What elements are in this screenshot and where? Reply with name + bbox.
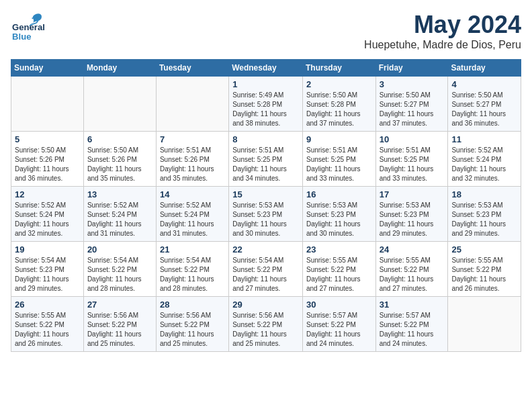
weekday-header-tuesday: Tuesday [156,60,228,77]
calendar-cell: 21Sunrise: 5:54 AM Sunset: 5:22 PM Dayli… [156,242,228,297]
calendar-week-1: 1Sunrise: 5:49 AM Sunset: 5:28 PM Daylig… [11,77,521,132]
day-number: 10 [380,134,445,144]
day-info: Sunrise: 5:55 AM Sunset: 5:22 PM Dayligh… [380,256,445,293]
day-number: 29 [232,300,299,310]
day-number: 19 [15,244,80,255]
day-number: 9 [306,134,372,144]
day-number: 15 [232,189,299,199]
day-info: Sunrise: 5:52 AM Sunset: 5:24 PM Dayligh… [451,146,517,183]
day-info: Sunrise: 5:54 AM Sunset: 5:22 PM Dayligh… [87,256,152,293]
day-info: Sunrise: 5:51 AM Sunset: 5:25 PM Dayligh… [232,146,299,183]
day-number: 25 [451,244,517,255]
day-number: 16 [306,189,372,199]
calendar-cell: 17Sunrise: 5:53 AM Sunset: 5:23 PM Dayli… [375,187,448,242]
calendar-cell: 16Sunrise: 5:53 AM Sunset: 5:23 PM Dayli… [302,187,375,242]
calendar-week-2: 5Sunrise: 5:50 AM Sunset: 5:26 PM Daylig… [11,132,521,187]
day-number: 8 [232,134,299,144]
calendar-cell: 4Sunrise: 5:50 AM Sunset: 5:27 PM Daylig… [448,77,521,132]
calendar-week-4: 19Sunrise: 5:54 AM Sunset: 5:23 PM Dayli… [11,242,521,297]
day-number: 31 [380,300,445,310]
day-info: Sunrise: 5:52 AM Sunset: 5:24 PM Dayligh… [160,201,225,238]
day-number: 28 [160,300,225,310]
calendar-cell: 9Sunrise: 5:51 AM Sunset: 5:25 PM Daylig… [302,132,375,187]
day-number: 2 [306,79,372,89]
calendar-cell: 14Sunrise: 5:52 AM Sunset: 5:24 PM Dayli… [156,187,228,242]
calendar-cell: 23Sunrise: 5:55 AM Sunset: 5:22 PM Dayli… [302,242,375,297]
calendar-cell [11,77,84,132]
logo: General Blue [11,11,44,41]
weekday-header-thursday: Thursday [302,60,375,77]
day-info: Sunrise: 5:57 AM Sunset: 5:22 PM Dayligh… [306,311,372,349]
day-info: Sunrise: 5:51 AM Sunset: 5:25 PM Dayligh… [306,146,372,183]
calendar-cell: 2Sunrise: 5:50 AM Sunset: 5:28 PM Daylig… [302,77,375,132]
calendar-cell [156,77,228,132]
day-number: 14 [160,189,225,199]
day-info: Sunrise: 5:51 AM Sunset: 5:25 PM Dayligh… [380,146,445,183]
day-number: 4 [451,79,517,89]
day-info: Sunrise: 5:54 AM Sunset: 5:22 PM Dayligh… [160,256,225,293]
calendar-table: SundayMondayTuesdayWednesdayThursdayFrid… [11,59,521,352]
calendar-cell: 31Sunrise: 5:57 AM Sunset: 5:22 PM Dayli… [375,297,448,352]
day-info: Sunrise: 5:54 AM Sunset: 5:22 PM Dayligh… [232,256,299,293]
day-number: 30 [306,300,372,310]
day-number: 21 [160,244,225,255]
calendar-cell: 7Sunrise: 5:51 AM Sunset: 5:26 PM Daylig… [156,132,228,187]
day-number: 26 [15,300,80,310]
calendar-cell: 30Sunrise: 5:57 AM Sunset: 5:22 PM Dayli… [302,297,375,352]
day-number: 5 [15,134,80,144]
day-info: Sunrise: 5:49 AM Sunset: 5:28 PM Dayligh… [232,91,299,128]
calendar-cell: 10Sunrise: 5:51 AM Sunset: 5:25 PM Dayli… [375,132,448,187]
day-number: 20 [87,244,152,255]
calendar-cell: 3Sunrise: 5:50 AM Sunset: 5:27 PM Daylig… [375,77,448,132]
day-info: Sunrise: 5:55 AM Sunset: 5:22 PM Dayligh… [306,256,372,293]
calendar-header: SundayMondayTuesdayWednesdayThursdayFrid… [11,60,521,77]
day-number: 1 [232,79,299,89]
day-info: Sunrise: 5:56 AM Sunset: 5:22 PM Dayligh… [160,311,225,349]
calendar-week-5: 26Sunrise: 5:55 AM Sunset: 5:22 PM Dayli… [11,297,521,352]
weekday-header-row: SundayMondayTuesdayWednesdayThursdayFrid… [11,60,521,77]
day-info: Sunrise: 5:53 AM Sunset: 5:23 PM Dayligh… [451,201,517,238]
day-info: Sunrise: 5:55 AM Sunset: 5:22 PM Dayligh… [451,256,517,293]
day-info: Sunrise: 5:53 AM Sunset: 5:23 PM Dayligh… [232,201,299,238]
day-info: Sunrise: 5:53 AM Sunset: 5:23 PM Dayligh… [306,201,372,238]
svg-text:Blue: Blue [12,32,31,41]
calendar-cell: 5Sunrise: 5:50 AM Sunset: 5:26 PM Daylig… [11,132,84,187]
day-info: Sunrise: 5:55 AM Sunset: 5:22 PM Dayligh… [15,311,80,349]
calendar-cell: 8Sunrise: 5:51 AM Sunset: 5:25 PM Daylig… [229,132,303,187]
calendar-title: May 2024 [364,11,521,39]
day-info: Sunrise: 5:57 AM Sunset: 5:22 PM Dayligh… [380,311,445,349]
weekday-header-saturday: Saturday [448,60,521,77]
day-number: 13 [87,189,152,199]
day-number: 11 [451,134,517,144]
day-number: 12 [15,189,80,199]
calendar-cell: 20Sunrise: 5:54 AM Sunset: 5:22 PM Dayli… [83,242,156,297]
day-number: 24 [380,244,445,255]
day-number: 7 [160,134,225,144]
calendar-cell: 29Sunrise: 5:56 AM Sunset: 5:22 PM Dayli… [229,297,303,352]
day-info: Sunrise: 5:56 AM Sunset: 5:22 PM Dayligh… [87,311,152,349]
calendar-subtitle: Huepetuhe, Madre de Dios, Peru [364,39,521,51]
day-info: Sunrise: 5:50 AM Sunset: 5:26 PM Dayligh… [15,146,80,183]
calendar-cell: 12Sunrise: 5:52 AM Sunset: 5:24 PM Dayli… [11,187,84,242]
calendar-cell: 11Sunrise: 5:52 AM Sunset: 5:24 PM Dayli… [448,132,521,187]
weekday-header-monday: Monday [83,60,156,77]
calendar-cell: 25Sunrise: 5:55 AM Sunset: 5:22 PM Dayli… [448,242,521,297]
day-info: Sunrise: 5:53 AM Sunset: 5:23 PM Dayligh… [380,201,445,238]
day-info: Sunrise: 5:50 AM Sunset: 5:27 PM Dayligh… [451,91,517,128]
calendar-cell [83,77,156,132]
calendar-cell: 27Sunrise: 5:56 AM Sunset: 5:22 PM Dayli… [83,297,156,352]
day-number: 3 [380,79,445,89]
day-info: Sunrise: 5:56 AM Sunset: 5:22 PM Dayligh… [232,311,299,349]
day-number: 17 [380,189,445,199]
weekday-header-wednesday: Wednesday [229,60,303,77]
day-info: Sunrise: 5:54 AM Sunset: 5:23 PM Dayligh… [15,256,80,293]
day-number: 22 [232,244,299,255]
title-block: May 2024 Huepetuhe, Madre de Dios, Peru [364,11,521,51]
calendar-cell: 28Sunrise: 5:56 AM Sunset: 5:22 PM Dayli… [156,297,228,352]
calendar-cell: 26Sunrise: 5:55 AM Sunset: 5:22 PM Dayli… [11,297,84,352]
calendar-cell: 1Sunrise: 5:49 AM Sunset: 5:28 PM Daylig… [229,77,303,132]
weekday-header-friday: Friday [375,60,448,77]
logo-icon: General Blue [11,11,44,41]
calendar-cell: 15Sunrise: 5:53 AM Sunset: 5:23 PM Dayli… [229,187,303,242]
weekday-header-sunday: Sunday [11,60,84,77]
